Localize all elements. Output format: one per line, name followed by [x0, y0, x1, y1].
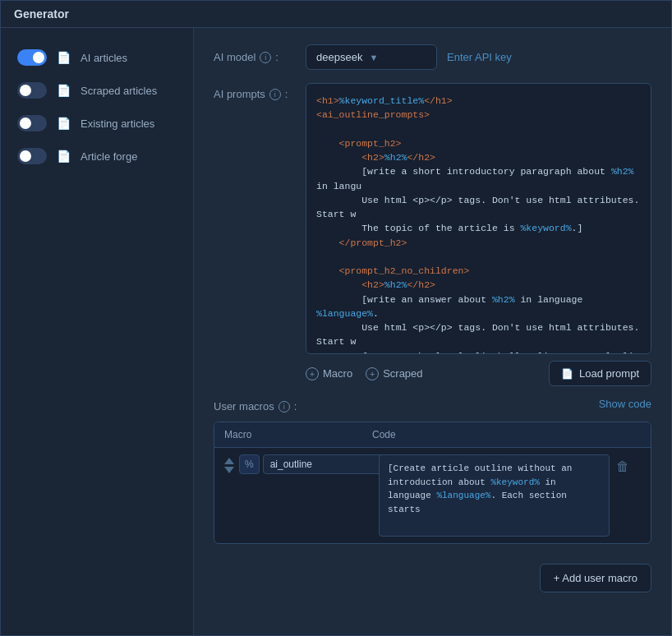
ai-articles-icon: 📄	[57, 51, 71, 64]
code-line-10	[316, 250, 641, 264]
macros-table-header: Macro Code	[214, 422, 651, 448]
code-line-12: <h2>%h2%</h2>	[316, 278, 641, 292]
article-forge-icon: 📄	[57, 150, 71, 163]
sort-arrows	[224, 454, 234, 473]
toggle-scraped-articles[interactable]	[17, 82, 47, 99]
upload-icon: 📄	[561, 368, 573, 380]
table-row: % % [Create article outline without an i…	[214, 448, 651, 543]
ai-prompts-editor[interactable]: <h1>%keyword_title%</h1> <ai_outline_pro…	[306, 83, 651, 354]
code-line-4: <prompt_h2>	[316, 136, 641, 150]
code-line-6: [write a short introductory paragraph ab…	[316, 164, 641, 193]
macro-link-label: Macro	[323, 367, 352, 380]
code-line-14: Use html <p></p> tags. Don't use html at…	[316, 320, 641, 349]
load-prompt-button[interactable]: 📄 Load prompt	[549, 361, 651, 386]
code-line-11: <prompt_h2_no_children>	[316, 264, 641, 278]
code-line-9: </prompt_h2>	[316, 236, 641, 250]
add-macro-row: + Add user macro	[214, 554, 651, 592]
title-bar: Generator	[1, 1, 671, 28]
ai-prompts-info-icon[interactable]: i	[269, 89, 281, 100]
toggle-existing-articles[interactable]	[17, 115, 47, 131]
code-line-7: Use html <p></p> tags. Don't use html at…	[316, 193, 641, 222]
add-user-macro-button[interactable]: + Add user macro	[540, 564, 651, 592]
add-macro-link[interactable]: + Macro	[306, 367, 352, 380]
toggle-ai-articles[interactable]	[17, 49, 47, 66]
plus-circle-scraped-icon: +	[366, 367, 379, 380]
sidebar-item-ai-articles[interactable]: 📄 AI articles	[1, 41, 193, 74]
sidebar-item-article-forge[interactable]: 📄 Article forge	[1, 140, 193, 173]
ai-prompts-row: AI prompts i : <h1>%keyword_title%</h1> …	[214, 83, 651, 354]
macros-table: Macro Code %	[214, 422, 651, 544]
app-title: Generator	[14, 7, 69, 21]
api-key-link[interactable]: Enter API key	[447, 51, 512, 63]
user-macros-header-row: User macros i : Show code	[214, 398, 651, 415]
user-macros-info-icon[interactable]: i	[278, 401, 290, 412]
ai-model-label: AI model i :	[214, 51, 296, 63]
ai-model-row: AI model i : deepseek ▼ Enter API key	[214, 44, 651, 70]
sidebar-label-scraped-articles: Scraped articles	[81, 85, 177, 97]
sort-down-icon[interactable]	[224, 467, 234, 473]
chevron-down-icon: ▼	[369, 53, 378, 62]
macro-cell: % %	[224, 454, 372, 474]
scraped-articles-icon: 📄	[57, 84, 71, 97]
model-select-value: deepseek	[316, 51, 362, 63]
existing-articles-icon: 📄	[57, 117, 71, 130]
sidebar-label-existing-articles: Existing articles	[81, 118, 177, 130]
sidebar-label-ai-articles: AI articles	[81, 52, 177, 64]
app-window: Generator 📄 AI articles 📄 Scraped articl…	[0, 0, 672, 636]
scraped-link-label: Scraped	[383, 367, 422, 380]
code-line-13: [write an answer about %h2% in language …	[316, 293, 641, 321]
prompt-actions-bar: + Macro + Scraped 📄 Load prompt	[306, 361, 651, 386]
sidebar: 📄 AI articles 📄 Scraped articles 📄 Exist…	[1, 28, 194, 635]
sidebar-item-existing-articles[interactable]: 📄 Existing articles	[1, 107, 193, 140]
main-layout: 📄 AI articles 📄 Scraped articles 📄 Exist…	[1, 28, 671, 635]
user-macros-label: User macros i :	[214, 400, 297, 412]
code-line-15: {Insert a html <ul><li> bullet list or a…	[316, 349, 641, 355]
show-code-link[interactable]: Show code	[599, 398, 651, 410]
code-line-5: <h2>%h2%</h2>	[316, 150, 641, 164]
code-line-8: The topic of the article is %keyword%.]	[316, 221, 641, 235]
plus-circle-macro-icon: +	[306, 367, 319, 380]
add-scraped-link[interactable]: + Scraped	[366, 367, 422, 380]
percent-left-badge: %	[239, 454, 260, 474]
sidebar-item-scraped-articles[interactable]: 📄 Scraped articles	[1, 74, 193, 107]
code-column-header: Code	[372, 429, 616, 440]
load-prompt-label: Load prompt	[579, 367, 639, 380]
ai-prompts-label: AI prompts i :	[214, 83, 296, 100]
sidebar-label-article-forge: Article forge	[81, 150, 177, 163]
toggle-article-forge[interactable]	[17, 148, 47, 164]
code-line-1: <h1>%keyword_title%</h1>	[316, 94, 641, 108]
add-macro-label: + Add user macro	[554, 572, 637, 584]
model-select-dropdown[interactable]: deepseek ▼	[306, 44, 437, 70]
sort-up-icon[interactable]	[224, 458, 234, 464]
user-macros-section: User macros i : Show code Macro Code	[214, 398, 651, 592]
code-line-3	[316, 122, 641, 136]
content-area: AI model i : deepseek ▼ Enter API key AI…	[194, 28, 671, 635]
code-line-2: <ai_outline_prompts>	[316, 108, 641, 122]
ai-model-info-icon[interactable]: i	[260, 52, 271, 63]
macro-code-cell[interactable]: [Create article outline without an intro…	[379, 454, 610, 537]
delete-macro-icon[interactable]: 🗑	[616, 454, 641, 474]
macro-column-header: Macro	[224, 429, 372, 440]
